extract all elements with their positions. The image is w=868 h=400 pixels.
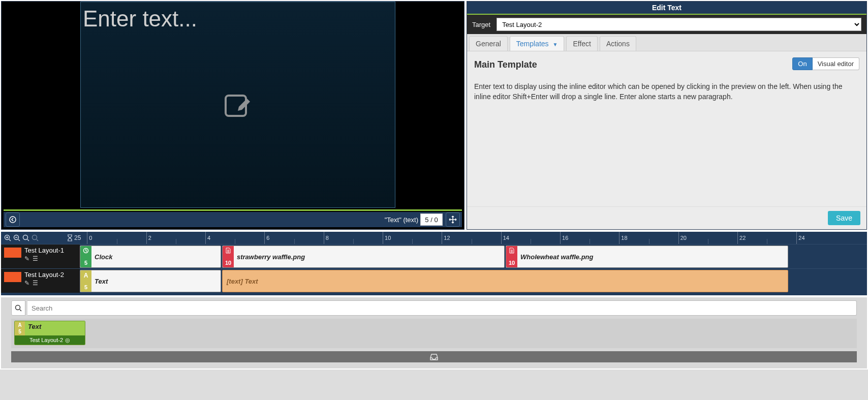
move-button[interactable] — [446, 212, 460, 227]
preview-pane: Enter text... "Text" (text) 5 / 0 — [1, 1, 464, 230]
card-duration: 5 — [18, 329, 21, 334]
tick-label: 0 — [89, 235, 92, 241]
edit-icon — [224, 91, 252, 118]
zoom-fit-icon[interactable] — [22, 234, 29, 241]
tick-label: 16 — [562, 235, 568, 241]
panel-title: Edit Text — [467, 2, 866, 15]
list-track-icon[interactable]: ☰ — [33, 255, 38, 262]
library-card-text[interactable]: A 5 Text Test Layout-2 ◎ — [14, 321, 85, 345]
tick-label: 20 — [680, 235, 687, 241]
preview-divider — [4, 209, 462, 211]
svg-point-5 — [33, 235, 37, 240]
svg-point-4 — [23, 235, 28, 240]
tick-label: 18 — [621, 235, 627, 241]
tab-body: Main Template On Visual editor Enter tex… — [467, 51, 866, 206]
chevron-down-icon: ▼ — [553, 42, 558, 47]
clip-duration: 10 — [509, 260, 515, 266]
save-button[interactable]: Save — [828, 211, 860, 225]
ruler-counter-value: 25 — [74, 234, 81, 241]
target-label: Target — [472, 21, 490, 28]
tab-general[interactable]: General — [469, 36, 508, 51]
library: A 5 Text Test Layout-2 ◎ — [1, 297, 867, 368]
ruler-duration: 25 — [67, 234, 81, 241]
help-text: Enter text to display using the inline e… — [474, 81, 859, 102]
search-row — [11, 300, 857, 316]
preview-footer: "Text" (text) 5 / 0 — [4, 212, 462, 227]
section-title: Main Template — [474, 59, 537, 70]
tab-templates[interactable]: Templates ▼ — [510, 36, 565, 51]
preview-selection-info: "Text" (text) — [385, 216, 418, 224]
tab-actions[interactable]: Actions — [600, 36, 636, 51]
timeline-track-1: Test Layout-1 ✎ ☰ 5Clock10strawberry waf… — [1, 244, 867, 268]
ruler-ticks[interactable]: 024681012141618202224 — [87, 232, 867, 244]
library-strip: A 5 Text Test Layout-2 ◎ — [11, 319, 857, 348]
track-name: Test Layout-2 — [24, 271, 64, 279]
search-icon — [11, 300, 25, 316]
timeline-ruler: 25 024681012141618202224 — [1, 232, 867, 244]
tab-effect[interactable]: Effect — [566, 36, 598, 51]
clip-accent: 5 — [80, 246, 91, 267]
preview-placeholder-text: Enter text... — [83, 6, 197, 32]
timeline-overflow-clip[interactable]: [text] Text — [222, 270, 788, 292]
ruler-tools — [4, 234, 39, 241]
clip-accent: 10 — [506, 246, 517, 267]
zoom-disabled-icon — [32, 234, 39, 241]
svg-point-7 — [16, 305, 20, 310]
clip-label: Clock — [91, 246, 221, 267]
list-track-icon[interactable]: ☰ — [33, 280, 38, 287]
clip-label: strawberry waffle.png — [234, 246, 504, 267]
track-color-chip — [4, 248, 21, 258]
clip-duration: 10 — [225, 260, 231, 266]
tick-label: 6 — [266, 235, 269, 241]
edit-track-icon[interactable]: ✎ — [24, 280, 29, 287]
editor-mode-toggle: On Visual editor — [792, 57, 859, 70]
timeline-clip[interactable]: 10strawberry waffle.png — [222, 245, 505, 268]
card-label: Text — [25, 321, 85, 335]
track-color-chip — [4, 272, 21, 282]
search-input[interactable] — [27, 300, 857, 316]
zoom-out-icon[interactable] — [13, 234, 20, 241]
track-clips-2[interactable]: A5Text[text] Text — [80, 269, 867, 293]
target-row: Target Test Layout-2 — [467, 15, 866, 34]
timeline-track-2: Test Layout-2 ✎ ☰ A5Text[text] Text — [1, 268, 867, 293]
target-select[interactable]: Test Layout-2 — [497, 18, 861, 31]
preview-canvas[interactable]: Enter text... — [80, 2, 395, 208]
card-accent: A 5 — [15, 321, 25, 335]
clip-label: Text — [91, 270, 221, 292]
track-header-2[interactable]: Test Layout-2 ✎ ☰ — [1, 269, 80, 293]
track-clips-1[interactable]: 5Clock10strawberry waffle.png10Wholewhea… — [80, 244, 867, 268]
save-row: Save — [467, 206, 866, 229]
clip-duration: 5 — [84, 284, 87, 290]
card-footer: Test Layout-2 ◎ — [15, 335, 85, 345]
back-button[interactable] — [6, 212, 20, 227]
tick-label: 2 — [148, 235, 151, 241]
tick-label: 24 — [798, 235, 804, 241]
edit-track-icon[interactable]: ✎ — [24, 255, 29, 262]
tick-label: 12 — [444, 235, 450, 241]
track-name: Test Layout-1 — [24, 247, 64, 254]
toggle-on-button[interactable]: On — [792, 57, 812, 70]
preview-duration-counter[interactable]: 5 / 0 — [420, 213, 443, 226]
hourglass-icon — [67, 234, 73, 241]
clip-accent: A5 — [80, 270, 91, 292]
tick-label: 10 — [385, 235, 391, 241]
tab-templates-label: Templates — [516, 40, 549, 48]
clip-accent: 10 — [223, 246, 234, 267]
zoom-in-icon[interactable] — [4, 234, 11, 241]
tick-label: 22 — [739, 235, 746, 241]
toggle-visual-button[interactable]: Visual editor — [813, 57, 859, 70]
svg-point-1 — [10, 217, 16, 223]
tick-label: 4 — [207, 235, 210, 241]
timeline-clip[interactable]: 5Clock — [80, 245, 221, 268]
inbox-icon — [430, 353, 438, 360]
timeline-clip[interactable]: A5Text — [80, 270, 221, 292]
track-header-1[interactable]: Test Layout-1 ✎ ☰ — [1, 244, 80, 268]
tick-label: 8 — [326, 235, 329, 241]
target-icon: ◎ — [65, 337, 70, 344]
footer-bar[interactable] — [11, 351, 857, 362]
card-footer-text: Test Layout-2 — [29, 337, 63, 343]
edit-panel: Edit Text Target Test Layout-2 General T… — [467, 1, 867, 230]
clip-duration: 5 — [84, 260, 87, 266]
timeline-clip[interactable]: 10Wholewheat waffle.png — [506, 245, 788, 268]
tick-label: 14 — [503, 235, 509, 241]
